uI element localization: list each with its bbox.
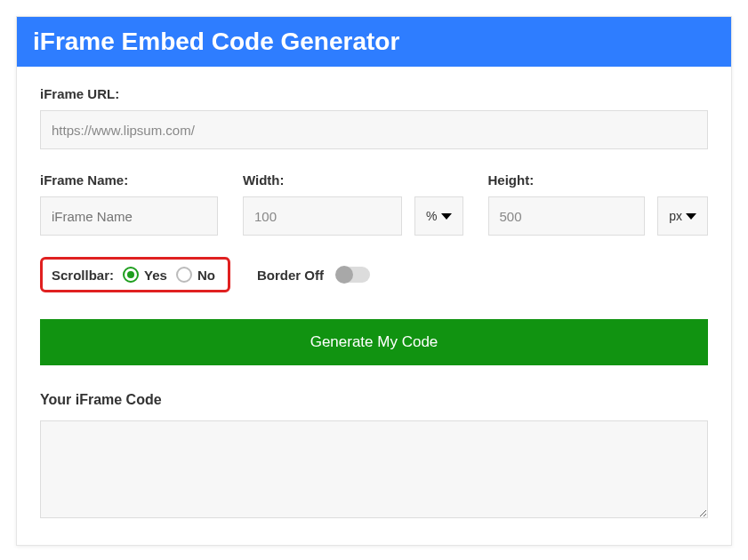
options-row: Scrollbar: Yes No Border Off — [40, 257, 708, 292]
chevron-down-icon — [686, 213, 696, 220]
scrollbar-group: Scrollbar: Yes No — [40, 257, 230, 292]
form-body: iFrame URL: iFrame Name: Width: % Height… — [17, 67, 731, 545]
chevron-down-icon — [441, 213, 452, 220]
scrollbar-yes-radio[interactable]: Yes — [123, 267, 167, 283]
toggle-knob-icon — [335, 266, 353, 284]
width-column: Width: % — [243, 172, 463, 236]
border-label: Border Off — [257, 268, 324, 283]
name-input[interactable] — [40, 196, 218, 236]
generator-card: iFrame Embed Code Generator iFrame URL: … — [16, 16, 732, 546]
border-toggle[interactable] — [336, 267, 370, 283]
radio-on-icon — [123, 267, 139, 283]
height-input[interactable] — [488, 196, 646, 236]
name-column: iFrame Name: — [40, 172, 218, 236]
width-unit-select[interactable]: % — [414, 196, 462, 236]
radio-off-icon — [176, 267, 192, 283]
url-input[interactable] — [40, 110, 708, 149]
width-label: Width: — [243, 172, 463, 188]
height-unit-value: px — [669, 209, 682, 223]
height-label: Height: — [488, 172, 709, 188]
dimensions-row: iFrame Name: Width: % Height: — [40, 172, 708, 236]
height-unit-select[interactable]: px — [657, 196, 708, 236]
border-group: Border Off — [257, 267, 370, 283]
height-column: Height: px — [488, 172, 709, 236]
scrollbar-no-radio[interactable]: No — [176, 267, 215, 283]
scrollbar-no-label: No — [197, 268, 215, 283]
header: iFrame Embed Code Generator — [17, 17, 731, 67]
output-textarea[interactable] — [40, 420, 708, 518]
output-label: Your iFrame Code — [40, 392, 708, 408]
width-input[interactable] — [243, 196, 402, 236]
name-label: iFrame Name: — [40, 172, 218, 188]
scrollbar-yes-label: Yes — [144, 268, 167, 283]
url-label: iFrame URL: — [40, 86, 708, 101]
page-title: iFrame Embed Code Generator — [33, 28, 715, 56]
width-unit-value: % — [426, 209, 437, 223]
generate-button[interactable]: Generate My Code — [40, 319, 708, 365]
scrollbar-label: Scrollbar: — [52, 268, 114, 283]
